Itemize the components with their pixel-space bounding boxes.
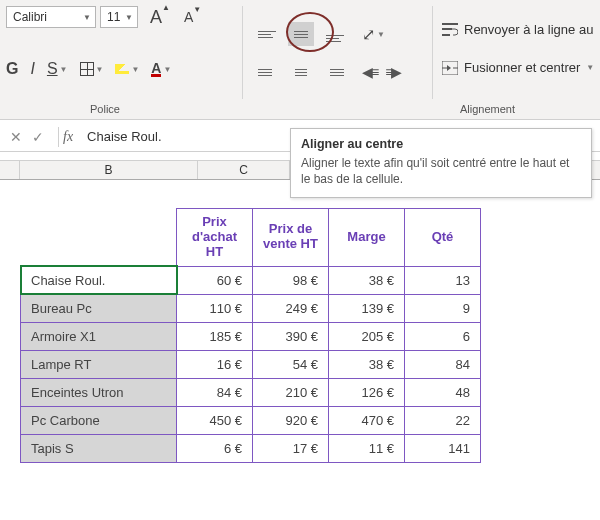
decrease-font-size-button[interactable]: A▼ <box>184 9 201 25</box>
cancel-icon[interactable]: ✕ <box>10 129 22 145</box>
cell-buy-price[interactable]: 450 € <box>177 406 253 434</box>
cell-buy-price[interactable]: 6 € <box>177 434 253 462</box>
svg-rect-0 <box>442 23 458 25</box>
cell-buy-price[interactable]: 185 € <box>177 322 253 350</box>
cell-buy-price[interactable]: 110 € <box>177 294 253 322</box>
column-header-c[interactable]: C <box>198 161 290 179</box>
chevron-down-icon: ▼ <box>83 13 91 22</box>
font-name-value: Calibri <box>13 10 47 24</box>
svg-rect-1 <box>442 28 452 30</box>
table-row[interactable]: Chaise Roul.60 €98 €38 €13 <box>21 266 481 294</box>
align-right-button[interactable] <box>322 60 348 84</box>
orientation-button[interactable]: ⤢▼ <box>362 25 385 44</box>
align-top-button[interactable] <box>254 22 280 46</box>
cell-qty[interactable]: 13 <box>405 266 481 294</box>
ribbon-group-label-font: Police <box>90 103 120 115</box>
table-row[interactable]: Enceintes Utron84 €210 €126 €48 <box>21 378 481 406</box>
align-bottom-button[interactable] <box>322 22 348 46</box>
cell-product-name[interactable]: Chaise Roul. <box>21 266 177 294</box>
formula-bar-value[interactable]: Chaise Roul. <box>73 129 161 144</box>
cell-sell-price[interactable]: 54 € <box>253 350 329 378</box>
font-color-icon: A <box>151 62 161 77</box>
cell-buy-price[interactable]: 16 € <box>177 350 253 378</box>
cell-margin[interactable]: 126 € <box>329 378 405 406</box>
decrease-indent-button[interactable]: ◀≡ <box>362 64 377 80</box>
cell-buy-price[interactable]: 60 € <box>177 266 253 294</box>
table-row[interactable]: Lampe RT16 €54 €38 €84 <box>21 350 481 378</box>
table-row[interactable]: Tapis S6 €17 €11 €141 <box>21 434 481 462</box>
font-size-value: 11 <box>107 10 120 24</box>
cell-margin[interactable]: 11 € <box>329 434 405 462</box>
cell-sell-price[interactable]: 98 € <box>253 266 329 294</box>
worksheet[interactable]: Prix d'achat HT Prix de vente HT Marge Q… <box>0 180 600 520</box>
svg-marker-6 <box>447 65 451 71</box>
cell-product-name[interactable]: Tapis S <box>21 434 177 462</box>
italic-button[interactable]: I <box>30 60 34 78</box>
bucket-icon <box>115 64 129 74</box>
merge-center-label: Fusionner et centrer <box>464 60 580 75</box>
confirm-icon[interactable]: ✓ <box>32 129 44 145</box>
borders-button[interactable]: ▼ <box>80 62 104 76</box>
column-header-b[interactable]: B <box>20 161 198 179</box>
data-table: Prix d'achat HT Prix de vente HT Marge Q… <box>20 208 481 463</box>
align-middle-button[interactable] <box>288 22 314 46</box>
align-left-button[interactable] <box>254 60 280 84</box>
underline-button[interactable]: S▼ <box>47 60 68 78</box>
cell-qty[interactable]: 9 <box>405 294 481 322</box>
cell-margin[interactable]: 139 € <box>329 294 405 322</box>
cell-margin[interactable]: 205 € <box>329 322 405 350</box>
cell-qty[interactable]: 141 <box>405 434 481 462</box>
merge-center-button[interactable]: Fusionner et centrer ▼ <box>442 60 594 75</box>
cell-margin[interactable]: 38 € <box>329 350 405 378</box>
tooltip-title: Aligner au centre <box>301 137 581 151</box>
table-header[interactable]: Prix de vente HT <box>253 209 329 267</box>
cell-sell-price[interactable]: 390 € <box>253 322 329 350</box>
cell-margin[interactable]: 38 € <box>329 266 405 294</box>
table-row[interactable]: Armoire X1185 €390 €205 €6 <box>21 322 481 350</box>
cell-product-name[interactable]: Enceintes Utron <box>21 378 177 406</box>
increase-indent-button[interactable]: ≡▶ <box>385 64 400 80</box>
cell-sell-price[interactable]: 249 € <box>253 294 329 322</box>
row-header-gutter[interactable] <box>0 161 20 179</box>
cell-qty[interactable]: 48 <box>405 378 481 406</box>
cell-qty[interactable]: 6 <box>405 322 481 350</box>
table-row[interactable]: Bureau Pc110 €249 €139 €9 <box>21 294 481 322</box>
fill-color-button[interactable]: ▼ <box>115 64 139 74</box>
cell-product-name[interactable]: Bureau Pc <box>21 294 177 322</box>
table-row[interactable]: Pc Carbone450 €920 €470 €22 <box>21 406 481 434</box>
cell-product-name[interactable]: Armoire X1 <box>21 322 177 350</box>
fx-icon[interactable]: fx <box>63 129 73 145</box>
chevron-down-icon: ▼ <box>125 13 133 22</box>
separator <box>58 127 59 147</box>
ribbon: Calibri ▼ 11 ▼ A▲ A▼ G I S▼ ▼ ▼ A▼ Polic… <box>0 0 600 120</box>
table-header[interactable]: Qté <box>405 209 481 267</box>
separator <box>432 6 433 99</box>
align-center-button[interactable] <box>288 60 314 84</box>
cell-product-name[interactable]: Lampe RT <box>21 350 177 378</box>
separator <box>242 6 243 99</box>
cell-sell-price[interactable]: 210 € <box>253 378 329 406</box>
cell-product-name[interactable]: Pc Carbone <box>21 406 177 434</box>
tooltip: Aligner au centre Aligner le texte afin … <box>290 128 592 198</box>
font-name-combo[interactable]: Calibri ▼ <box>6 6 96 28</box>
wrap-text-label: Renvoyer à la ligne au <box>464 22 593 37</box>
svg-rect-2 <box>442 34 450 36</box>
table-header[interactable]: Prix d'achat HT <box>177 209 253 267</box>
cell-sell-price[interactable]: 17 € <box>253 434 329 462</box>
chevron-down-icon: ▼ <box>586 63 594 72</box>
wrap-text-icon <box>442 23 458 37</box>
cell-sell-price[interactable]: 920 € <box>253 406 329 434</box>
cell-buy-price[interactable]: 84 € <box>177 378 253 406</box>
cell-qty[interactable]: 84 <box>405 350 481 378</box>
wrap-text-button[interactable]: Renvoyer à la ligne au <box>442 22 593 37</box>
table-header[interactable]: Marge <box>329 209 405 267</box>
cell-qty[interactable]: 22 <box>405 406 481 434</box>
bold-button[interactable]: G <box>6 60 18 78</box>
cell-margin[interactable]: 470 € <box>329 406 405 434</box>
tooltip-body: Aligner le texte afin qu'il soit centré … <box>301 155 581 187</box>
borders-icon <box>80 62 94 76</box>
font-color-button[interactable]: A▼ <box>151 62 171 77</box>
increase-font-size-button[interactable]: A▲ <box>150 7 170 28</box>
font-size-combo[interactable]: 11 ▼ <box>100 6 138 28</box>
table-corner <box>21 209 177 267</box>
